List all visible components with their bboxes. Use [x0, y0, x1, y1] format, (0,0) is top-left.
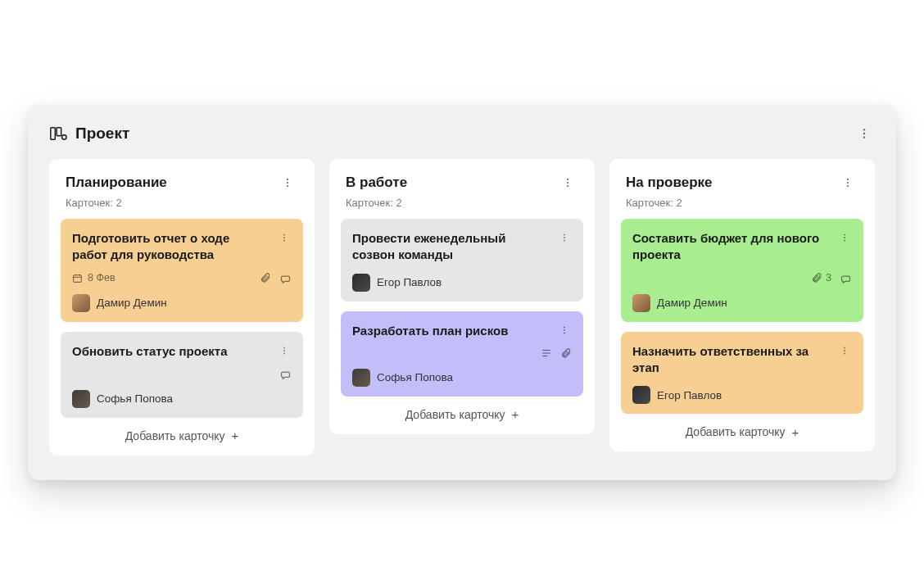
assignee: Егор Павлов	[352, 274, 572, 292]
assignee-name: Софья Попова	[377, 371, 453, 383]
attachment-count: 3	[826, 272, 831, 283]
svg-point-26	[564, 326, 565, 328]
column-title: В работе	[346, 175, 407, 191]
cards-list: Провести еженедельный созвон команды Его…	[341, 219, 583, 397]
svg-point-7	[287, 179, 288, 180]
board-panel: Проект Планирование Карточек: 2 Подготов…	[28, 105, 896, 480]
svg-point-39	[844, 350, 845, 351]
card[interactable]: Разработать план рисков	[341, 311, 583, 397]
board-header: Проект	[49, 123, 875, 144]
svg-point-37	[844, 240, 845, 242]
calendar-icon	[72, 273, 83, 283]
card-more-button[interactable]	[277, 343, 292, 358]
comments-icon	[840, 272, 852, 284]
svg-point-8	[287, 182, 288, 184]
column-more-button[interactable]	[277, 172, 298, 193]
card[interactable]: Провести еженедельный созвон команды Его…	[341, 219, 583, 302]
avatar	[632, 294, 650, 312]
svg-point-6	[863, 137, 865, 138]
svg-point-23	[564, 234, 565, 236]
attachment-icon	[560, 347, 572, 359]
column-card-count: Карточек: 2	[621, 193, 863, 219]
card[interactable]: Обновить статус проекта	[61, 332, 303, 418]
card-title: Подготовить отчет о ходе работ для руков…	[72, 230, 270, 264]
plus-icon: +	[512, 408, 519, 420]
card-more-button[interactable]	[557, 323, 572, 338]
assignee-name: Софья Попова	[97, 392, 173, 405]
svg-point-12	[283, 240, 285, 242]
svg-point-40	[844, 352, 845, 354]
attachment-icon	[811, 272, 822, 283]
svg-point-22	[567, 185, 568, 187]
card[interactable]: Составить бюджет для нового проекта	[621, 219, 863, 322]
svg-point-4	[863, 129, 865, 130]
avatar	[632, 386, 650, 404]
svg-point-2	[62, 135, 67, 140]
svg-point-36	[844, 237, 845, 238]
avatar	[72, 294, 90, 312]
svg-rect-0	[51, 128, 56, 140]
assignee-name: Дамир Демин	[97, 297, 167, 309]
column-card-count: Карточек: 2	[341, 193, 583, 219]
board-title: Проект	[75, 125, 129, 143]
description-icon	[541, 347, 552, 359]
plus-icon: +	[232, 429, 239, 442]
add-card-button[interactable]: Добавить карточку +	[621, 414, 863, 447]
cards-list: Подготовить отчет о ходе работ для руков…	[61, 219, 303, 418]
svg-point-35	[844, 234, 845, 236]
avatar	[352, 369, 370, 387]
assignee-name: Дамир Демин	[657, 297, 727, 309]
column-more-button[interactable]	[557, 172, 578, 193]
svg-point-24	[564, 237, 565, 238]
card[interactable]: Подготовить отчет о ходе работ для руков…	[61, 219, 303, 322]
card-title: Разработать план рисков	[352, 323, 550, 339]
attachment-icon	[260, 272, 271, 283]
svg-point-10	[283, 234, 285, 236]
svg-point-17	[283, 347, 285, 348]
svg-rect-1	[57, 128, 61, 136]
card-more-button[interactable]	[277, 230, 292, 245]
column-header: В работе	[341, 172, 583, 193]
svg-point-20	[567, 179, 568, 180]
comments-icon	[279, 272, 292, 284]
add-card-button[interactable]: Добавить карточку +	[61, 418, 303, 451]
card-more-button[interactable]	[837, 230, 852, 245]
card-more-button[interactable]	[557, 230, 572, 245]
svg-point-21	[567, 182, 568, 184]
columns-container: Планирование Карточек: 2 Подготовить отч…	[49, 159, 875, 456]
column-title: Планирование	[66, 175, 167, 191]
add-card-label: Добавить карточку	[125, 429, 225, 442]
card-title: Провести еженедельный созвон команды	[352, 230, 550, 264]
assignee: Дамир Демин	[72, 294, 292, 312]
kanban-icon	[49, 125, 67, 143]
svg-point-18	[283, 350, 285, 351]
comments-icon	[279, 368, 292, 380]
column-card-count: Карточек: 2	[61, 193, 303, 219]
assignee-name: Егор Павлов	[657, 389, 722, 401]
column-in-progress: В работе Карточек: 2 Провести еженедельн…	[329, 159, 595, 434]
column-header: На проверке	[621, 172, 863, 193]
card[interactable]: Назначить ответственных за этап Егор Пав…	[621, 332, 863, 415]
card-title: Составить бюджет для нового проекта	[632, 230, 831, 264]
svg-point-27	[564, 329, 565, 331]
plus-icon: +	[792, 426, 799, 438]
add-card-label: Добавить карточку	[405, 408, 505, 421]
board-title-wrap: Проект	[49, 125, 129, 143]
avatar	[352, 274, 370, 292]
card-title: Назначить ответственных за этап	[632, 343, 831, 377]
assignee: Софья Попова	[352, 369, 572, 387]
column-more-button[interactable]	[837, 172, 858, 193]
svg-point-32	[847, 179, 849, 180]
svg-rect-13	[74, 274, 82, 282]
svg-point-5	[863, 133, 865, 134]
svg-point-9	[287, 185, 288, 187]
add-card-button[interactable]: Добавить карточку +	[341, 397, 583, 429]
svg-point-11	[283, 237, 285, 238]
cards-list: Составить бюджет для нового проекта	[621, 219, 863, 414]
card-more-button[interactable]	[837, 343, 852, 358]
board-more-button[interactable]	[854, 123, 875, 144]
assignee: Софья Попова	[72, 390, 292, 408]
svg-point-33	[847, 182, 849, 184]
svg-point-38	[844, 347, 845, 348]
card-date: 8 Фев	[88, 272, 116, 283]
